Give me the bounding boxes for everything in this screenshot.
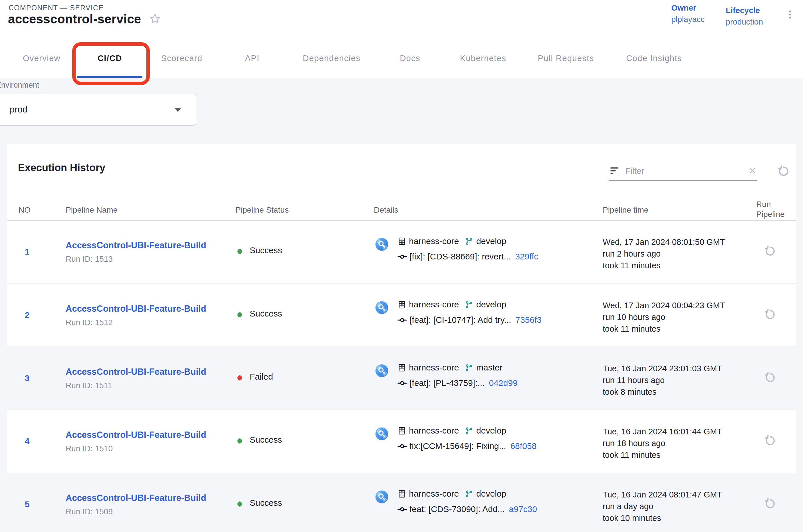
branch-icon xyxy=(465,363,474,372)
table-row: 5 AccessControl-UBI-Feature-Build Run ID… xyxy=(7,473,796,532)
page-header: COMPONENT — SERVICE accesscontrol-servic… xyxy=(0,0,803,38)
tab-scorecard[interactable]: Scorecard xyxy=(159,53,204,63)
commit-icon xyxy=(398,441,407,451)
execution-history-card: Execution History NO Pipeline Name Pipel… xyxy=(7,144,796,532)
run-pipeline-button[interactable] xyxy=(764,371,777,385)
pipeline-execution-icon[interactable] xyxy=(375,364,388,377)
pipeline-name-link[interactable]: AccessControl-UBI-Feature-Build xyxy=(65,304,206,314)
run-id: Run ID: 1512 xyxy=(65,318,113,327)
branch-name: develop xyxy=(476,300,506,309)
commit-hash-link[interactable]: 042d99 xyxy=(489,378,518,388)
tab-overview[interactable]: Overview xyxy=(21,53,62,63)
commit-message: [feat]: [PL-43759]:... xyxy=(409,378,485,388)
repository-name: harness-core xyxy=(409,426,459,436)
col-details: Details xyxy=(374,206,398,215)
repository-icon xyxy=(398,300,406,309)
repository-icon xyxy=(398,426,406,435)
row-number: 4 xyxy=(21,436,33,446)
pipeline-time: Wed, 17 Jan 2024 00:04:23 GMT run 10 hou… xyxy=(603,300,725,335)
run-id: Run ID: 1510 xyxy=(65,444,113,453)
col-pipeline-status: Pipeline Status xyxy=(235,206,289,215)
pipeline-name-link[interactable]: AccessControl-UBI-Feature-Build xyxy=(65,367,206,377)
run-id: Run ID: 1511 xyxy=(65,381,112,390)
repository-name: harness-core xyxy=(409,300,459,309)
branch-name: master xyxy=(476,363,502,373)
environment-select[interactable]: prod xyxy=(0,94,196,126)
pipeline-time: Wed, 17 Jan 2024 08:01:50 GMT run 2 hour… xyxy=(603,236,725,271)
pipeline-execution-icon[interactable] xyxy=(375,427,388,440)
refresh-icon[interactable] xyxy=(777,165,790,179)
repository-icon xyxy=(398,237,406,246)
pipeline-time: Tue, 16 Jan 2024 16:01:44 GMT run 18 hou… xyxy=(603,426,722,461)
col-pipeline-name: Pipeline Name xyxy=(65,206,118,215)
commit-message: fix:[CCM-15649]: Fixing... xyxy=(409,441,506,451)
owner-block: Owner plplayacc xyxy=(671,3,705,24)
owner-label: Owner xyxy=(671,3,705,13)
table-header: NO Pipeline Name Pipeline Status Details… xyxy=(7,200,796,221)
row-number: 2 xyxy=(21,310,33,320)
tab-docs[interactable]: Docs xyxy=(398,53,422,63)
favorite-star-icon[interactable] xyxy=(148,12,161,26)
row-number: 5 xyxy=(21,499,33,509)
table-row: 3 AccessControl-UBI-Feature-Build Run ID… xyxy=(7,346,796,410)
run-pipeline-button[interactable] xyxy=(764,434,777,448)
filter-icon xyxy=(609,166,619,176)
kebab-menu-icon[interactable] xyxy=(784,8,796,21)
repository-name: harness-core xyxy=(409,236,459,246)
clear-filter-icon[interactable] xyxy=(748,166,757,176)
tab-code-insights[interactable]: Code Insights xyxy=(624,53,684,63)
pipeline-execution-icon[interactable] xyxy=(375,490,388,504)
tab-dependencies[interactable]: Dependencies xyxy=(301,53,362,63)
commit-hash-link[interactable]: 7356f3 xyxy=(515,315,542,325)
status-label: Success xyxy=(250,245,282,255)
chevron-down-icon xyxy=(175,108,181,113)
commit-hash-link[interactable]: 329ffc xyxy=(515,252,538,262)
status-dot xyxy=(237,375,242,380)
repository-icon xyxy=(398,363,406,372)
run-pipeline-button[interactable] xyxy=(764,245,777,258)
branch-icon xyxy=(465,237,474,246)
branch-name: develop xyxy=(476,426,506,436)
branch-name: develop xyxy=(476,236,506,246)
filter-input[interactable] xyxy=(625,166,748,176)
tab-api[interactable]: API xyxy=(244,53,261,63)
status-dot xyxy=(237,312,242,317)
commit-message: [feat]: [CI-10747]: Add try... xyxy=(409,315,511,325)
status-label: Failed xyxy=(250,372,273,382)
branch-icon xyxy=(465,300,474,309)
col-no: NO xyxy=(19,206,31,215)
owner-link[interactable]: plplayacc xyxy=(671,15,705,24)
status-dot xyxy=(237,438,242,443)
status-label: Success xyxy=(250,435,282,445)
pipeline-name-link[interactable]: AccessControl-UBI-Feature-Build xyxy=(65,493,206,503)
run-id: Run ID: 1513 xyxy=(65,254,113,264)
repository-name: harness-core xyxy=(409,489,459,499)
pipeline-time: Tue, 16 Jan 2024 08:01:47 GMT run a day … xyxy=(603,489,722,524)
commit-icon xyxy=(398,505,407,514)
commit-hash-link[interactable]: 68f058 xyxy=(510,441,536,451)
pipeline-name-link[interactable]: AccessControl-UBI-Feature-Build xyxy=(65,240,206,251)
tab-kubernetes[interactable]: Kubernetes xyxy=(458,53,508,63)
lifecycle-value: production xyxy=(726,17,763,26)
repository-name: harness-core xyxy=(409,363,459,373)
pipeline-time: Tue, 16 Jan 2024 23:01:03 GMT run 11 hou… xyxy=(603,363,722,398)
table-row: 1 AccessControl-UBI-Feature-Build Run ID… xyxy=(7,220,796,283)
table-row: 4 AccessControl-UBI-Feature-Build Run ID… xyxy=(7,410,796,473)
pipeline-execution-icon[interactable] xyxy=(375,301,388,314)
environment-label: Environment xyxy=(0,81,39,90)
pipeline-execution-icon[interactable] xyxy=(375,238,388,251)
pipeline-name-link[interactable]: AccessControl-UBI-Feature-Build xyxy=(65,430,206,440)
run-pipeline-button[interactable] xyxy=(764,497,777,511)
commit-hash-link[interactable]: a97c30 xyxy=(509,504,537,514)
commit-icon xyxy=(398,316,407,325)
status-dot xyxy=(237,501,242,507)
branch-icon xyxy=(465,426,474,435)
branch-icon xyxy=(465,490,474,498)
tab-pull-requests[interactable]: Pull Requests xyxy=(536,53,595,63)
status-label: Success xyxy=(250,309,282,319)
active-tab-underline xyxy=(77,76,142,78)
col-run-pipeline: Run Pipeline xyxy=(756,199,796,219)
run-pipeline-button[interactable] xyxy=(764,308,777,322)
lifecycle-label: Lifecycle xyxy=(726,6,763,15)
tab-cicd[interactable]: CI/CD xyxy=(96,53,124,63)
